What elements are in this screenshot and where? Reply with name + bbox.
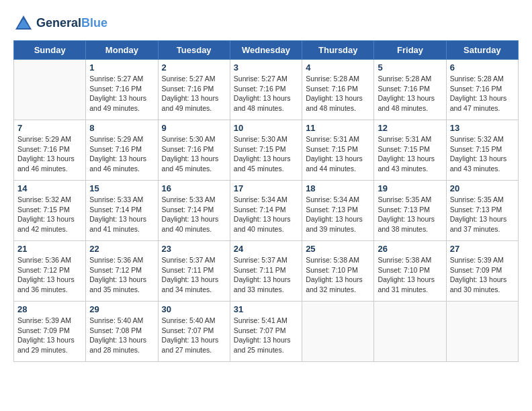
day-header-saturday: Saturday <box>446 41 518 60</box>
calendar-cell <box>446 302 518 362</box>
day-info: Sunrise: 5:37 AMSunset: 7:11 PMDaylight:… <box>234 255 298 295</box>
day-header-sunday: Sunday <box>14 41 86 60</box>
day-info: Sunrise: 5:40 AMSunset: 7:07 PMDaylight:… <box>162 316 226 355</box>
calendar-cell: 18Sunrise: 5:34 AMSunset: 7:13 PMDayligh… <box>302 181 374 241</box>
calendar-cell: 24Sunrise: 5:37 AMSunset: 7:11 PMDayligh… <box>230 241 302 302</box>
calendar-cell: 8Sunrise: 5:29 AMSunset: 7:16 PMDaylight… <box>86 120 158 181</box>
day-number: 9 <box>162 123 226 133</box>
day-info: Sunrise: 5:27 AMSunset: 7:16 PMDaylight:… <box>89 74 154 113</box>
day-number: 2 <box>162 62 226 73</box>
calendar-cell: 29Sunrise: 5:40 AMSunset: 7:08 PMDayligh… <box>86 302 158 362</box>
calendar-cell: 6Sunrise: 5:28 AMSunset: 7:16 PMDaylight… <box>446 60 518 120</box>
calendar-cell: 17Sunrise: 5:34 AMSunset: 7:14 PMDayligh… <box>230 181 302 241</box>
day-info: Sunrise: 5:35 AMSunset: 7:13 PMDaylight:… <box>378 195 442 234</box>
day-info: Sunrise: 5:39 AMSunset: 7:09 PMDaylight:… <box>17 316 82 355</box>
day-info: Sunrise: 5:27 AMSunset: 7:16 PMDaylight:… <box>162 74 226 113</box>
day-info: Sunrise: 5:38 AMSunset: 7:10 PMDaylight:… <box>306 255 370 295</box>
calendar-cell: 2Sunrise: 5:27 AMSunset: 7:16 PMDaylight… <box>158 60 230 120</box>
day-info: Sunrise: 5:30 AMSunset: 7:16 PMDaylight:… <box>162 134 226 174</box>
day-info: Sunrise: 5:27 AMSunset: 7:16 PMDaylight:… <box>234 74 298 113</box>
day-number: 3 <box>234 62 298 73</box>
week-row-5: 28Sunrise: 5:39 AMSunset: 7:09 PMDayligh… <box>14 302 519 362</box>
day-number: 20 <box>450 183 515 193</box>
day-info: Sunrise: 5:38 AMSunset: 7:10 PMDaylight:… <box>378 255 442 295</box>
calendar-cell: 5Sunrise: 5:28 AMSunset: 7:16 PMDaylight… <box>374 60 446 120</box>
day-info: Sunrise: 5:30 AMSunset: 7:15 PMDaylight:… <box>234 134 298 174</box>
week-row-3: 14Sunrise: 5:32 AMSunset: 7:15 PMDayligh… <box>14 181 519 241</box>
day-number: 11 <box>306 123 370 133</box>
day-number: 17 <box>234 183 298 193</box>
day-info: Sunrise: 5:37 AMSunset: 7:11 PMDaylight:… <box>162 255 226 295</box>
calendar-cell: 23Sunrise: 5:37 AMSunset: 7:11 PMDayligh… <box>158 241 230 302</box>
day-number: 19 <box>378 183 442 193</box>
calendar-cell: 7Sunrise: 5:29 AMSunset: 7:16 PMDaylight… <box>14 120 86 181</box>
calendar-cell: 19Sunrise: 5:35 AMSunset: 7:13 PMDayligh… <box>374 181 446 241</box>
logo: GeneralBlue <box>13 13 107 34</box>
day-number: 31 <box>234 304 298 314</box>
logo-text: GeneralBlue <box>36 17 107 30</box>
calendar-cell: 13Sunrise: 5:32 AMSunset: 7:15 PMDayligh… <box>446 120 518 181</box>
day-number: 5 <box>378 62 442 73</box>
day-header-tuesday: Tuesday <box>158 41 230 60</box>
day-info: Sunrise: 5:29 AMSunset: 7:16 PMDaylight:… <box>89 134 154 174</box>
calendar-cell: 25Sunrise: 5:38 AMSunset: 7:10 PMDayligh… <box>302 241 374 302</box>
calendar-cell: 4Sunrise: 5:28 AMSunset: 7:16 PMDaylight… <box>302 60 374 120</box>
day-header-thursday: Thursday <box>302 41 374 60</box>
day-header-wednesday: Wednesday <box>230 41 302 60</box>
calendar-cell: 15Sunrise: 5:33 AMSunset: 7:14 PMDayligh… <box>86 181 158 241</box>
logo-icon <box>13 13 34 34</box>
day-number: 4 <box>306 62 370 73</box>
day-info: Sunrise: 5:36 AMSunset: 7:12 PMDaylight:… <box>17 255 82 295</box>
calendar-cell: 31Sunrise: 5:41 AMSunset: 7:07 PMDayligh… <box>230 302 302 362</box>
calendar-cell: 14Sunrise: 5:32 AMSunset: 7:15 PMDayligh… <box>14 181 86 241</box>
day-number: 6 <box>450 62 515 73</box>
calendar-cell: 9Sunrise: 5:30 AMSunset: 7:16 PMDaylight… <box>158 120 230 181</box>
day-info: Sunrise: 5:36 AMSunset: 7:12 PMDaylight:… <box>89 255 154 295</box>
day-number: 30 <box>162 304 226 314</box>
week-row-2: 7Sunrise: 5:29 AMSunset: 7:16 PMDaylight… <box>14 120 519 181</box>
calendar-cell: 16Sunrise: 5:33 AMSunset: 7:14 PMDayligh… <box>158 181 230 241</box>
day-info: Sunrise: 5:28 AMSunset: 7:16 PMDaylight:… <box>450 74 515 113</box>
calendar-cell: 21Sunrise: 5:36 AMSunset: 7:12 PMDayligh… <box>14 241 86 302</box>
day-number: 16 <box>162 183 226 193</box>
day-info: Sunrise: 5:35 AMSunset: 7:13 PMDaylight:… <box>450 195 515 234</box>
day-number: 13 <box>450 123 515 133</box>
day-headers-row: SundayMondayTuesdayWednesdayThursdayFrid… <box>14 41 519 60</box>
day-info: Sunrise: 5:33 AMSunset: 7:14 PMDaylight:… <box>162 195 226 234</box>
calendar-cell: 26Sunrise: 5:38 AMSunset: 7:10 PMDayligh… <box>374 241 446 302</box>
day-number: 15 <box>89 183 154 193</box>
day-header-friday: Friday <box>374 41 446 60</box>
day-number: 7 <box>17 123 82 133</box>
page-header: GeneralBlue <box>13 13 519 34</box>
calendar-cell: 1Sunrise: 5:27 AMSunset: 7:16 PMDaylight… <box>86 60 158 120</box>
day-info: Sunrise: 5:29 AMSunset: 7:16 PMDaylight:… <box>17 134 82 174</box>
calendar-cell: 12Sunrise: 5:31 AMSunset: 7:15 PMDayligh… <box>374 120 446 181</box>
day-number: 10 <box>234 123 298 133</box>
day-info: Sunrise: 5:28 AMSunset: 7:16 PMDaylight:… <box>378 74 442 113</box>
calendar-cell <box>14 60 86 120</box>
day-number: 18 <box>306 183 370 193</box>
day-info: Sunrise: 5:32 AMSunset: 7:15 PMDaylight:… <box>450 134 515 174</box>
week-row-1: 1Sunrise: 5:27 AMSunset: 7:16 PMDaylight… <box>14 60 519 120</box>
day-info: Sunrise: 5:41 AMSunset: 7:07 PMDaylight:… <box>234 316 298 355</box>
day-info: Sunrise: 5:31 AMSunset: 7:15 PMDaylight:… <box>306 134 370 174</box>
day-number: 8 <box>89 123 154 133</box>
calendar-cell: 30Sunrise: 5:40 AMSunset: 7:07 PMDayligh… <box>158 302 230 362</box>
day-number: 12 <box>378 123 442 133</box>
day-number: 29 <box>89 304 154 314</box>
calendar-cell: 27Sunrise: 5:39 AMSunset: 7:09 PMDayligh… <box>446 241 518 302</box>
day-number: 25 <box>306 244 370 254</box>
calendar-cell: 22Sunrise: 5:36 AMSunset: 7:12 PMDayligh… <box>86 241 158 302</box>
day-info: Sunrise: 5:28 AMSunset: 7:16 PMDaylight:… <box>306 74 370 113</box>
day-number: 28 <box>17 304 82 314</box>
calendar-cell <box>302 302 374 362</box>
day-info: Sunrise: 5:33 AMSunset: 7:14 PMDaylight:… <box>89 195 154 234</box>
day-header-monday: Monday <box>86 41 158 60</box>
calendar-cell <box>374 302 446 362</box>
day-number: 26 <box>378 244 442 254</box>
day-info: Sunrise: 5:34 AMSunset: 7:14 PMDaylight:… <box>234 195 298 234</box>
day-info: Sunrise: 5:40 AMSunset: 7:08 PMDaylight:… <box>89 316 154 355</box>
calendar-cell: 28Sunrise: 5:39 AMSunset: 7:09 PMDayligh… <box>14 302 86 362</box>
calendar-cell: 11Sunrise: 5:31 AMSunset: 7:15 PMDayligh… <box>302 120 374 181</box>
day-number: 21 <box>17 244 82 254</box>
